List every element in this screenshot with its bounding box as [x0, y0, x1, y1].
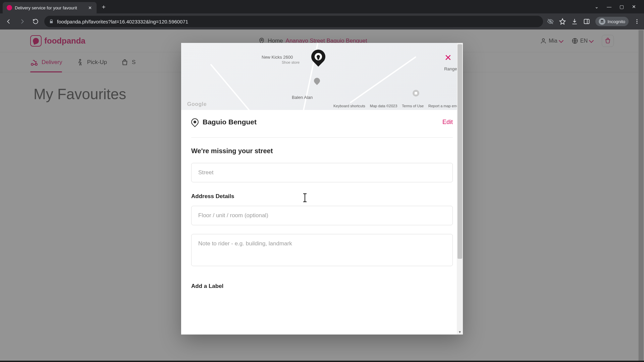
tab-favicon [7, 5, 12, 10]
viewport: foodpanda Home Ananayo Street Baguio Ben… [0, 29, 644, 362]
lock-icon [49, 19, 54, 24]
svg-point-2 [601, 21, 602, 23]
location-name: Baguio Benguet [203, 118, 257, 126]
reload-button[interactable] [31, 17, 40, 26]
window-controls: ⌄ ― ▢ ✕ [595, 4, 641, 9]
incognito-icon [599, 18, 605, 25]
address-details-heading: Address Details [191, 193, 453, 200]
chevron-down-icon[interactable]: ⌄ [595, 4, 599, 9]
google-attribution: Google [187, 101, 207, 107]
secondary-pin-icon [314, 78, 320, 86]
scrollbar-thumb[interactable] [458, 44, 462, 259]
floor-unit-input[interactable] [191, 206, 453, 225]
svg-point-5 [637, 21, 638, 22]
toolbar-actions: Incognito [547, 17, 640, 26]
new-tab-button[interactable]: ＋ [101, 3, 107, 11]
map-preview[interactable]: New Kicks 2600 Shoe store Balen Alan Ran… [181, 43, 463, 110]
modal-content: New Kicks 2600 Shoe store Balen Alan Ran… [181, 43, 463, 335]
pin-icon [190, 117, 200, 127]
map-poi-label: New Kicks 2600 [262, 55, 293, 60]
close-window-icon[interactable]: ✕ [632, 4, 636, 9]
map-poi-sublabel: Shoe store [282, 60, 300, 64]
map-pin-icon [311, 50, 325, 67]
download-icon[interactable] [571, 18, 578, 25]
map-keyboard-link[interactable]: Keyboard shortcuts [333, 104, 365, 108]
eye-off-icon[interactable] [547, 18, 554, 25]
edit-location-link[interactable]: Edit [442, 119, 453, 126]
map-terms-link[interactable]: Terms of Use [402, 104, 424, 108]
shop-dot-icon [413, 90, 419, 97]
street-input[interactable] [191, 163, 453, 182]
browser-toolbar: foodpanda.ph/favorites?lat=16.4023332&ln… [0, 13, 644, 29]
minimize-icon[interactable]: ― [607, 4, 611, 9]
svg-rect-1 [584, 19, 589, 23]
star-icon[interactable] [559, 18, 566, 25]
taskbar [0, 361, 644, 362]
browser-tab[interactable]: Delivery service for your favourit ✕ [3, 2, 97, 13]
menu-icon[interactable] [634, 18, 640, 24]
incognito-chip[interactable]: Incognito [595, 17, 629, 26]
modal-scrollbar[interactable]: ▲ ▼ [457, 43, 463, 335]
browser-chrome: Delivery service for your favourit ✕ ＋ ⌄… [0, 0, 644, 29]
incognito-label: Incognito [607, 19, 625, 24]
forward-button[interactable] [17, 17, 27, 26]
address-bar[interactable]: foodpanda.ph/favorites?lat=16.4023332&ln… [44, 16, 543, 27]
tab-strip: Delivery service for your favourit ✕ ＋ ⌄… [0, 0, 644, 13]
close-modal-button[interactable]: ✕ [443, 52, 453, 63]
map-poi-label: Balen Alan [292, 95, 313, 100]
svg-point-3 [602, 21, 604, 23]
text-cursor-icon [305, 194, 305, 202]
missing-street-heading: We're missing your street [191, 147, 453, 155]
divider [191, 137, 453, 138]
maximize-icon[interactable]: ▢ [620, 4, 624, 9]
panel-icon[interactable] [583, 18, 590, 25]
map-data-text: Map data ©2023 [370, 104, 397, 108]
tab-close-icon[interactable]: ✕ [87, 5, 93, 10]
add-label-heading: Add a Label [191, 283, 453, 290]
tab-title: Delivery service for your favourit [15, 5, 85, 10]
map-report-link[interactable]: Report a map error [428, 104, 460, 108]
location-row: Baguio Benguet Edit [191, 118, 453, 126]
rider-note-input[interactable] [191, 234, 453, 266]
map-footer: Keyboard shortcuts Map data ©2023 Terms … [333, 104, 460, 108]
svg-point-4 [637, 19, 638, 20]
back-button[interactable] [4, 17, 13, 26]
modal-body: Baguio Benguet Edit We're missing your s… [181, 110, 463, 306]
svg-point-6 [637, 23, 638, 24]
scroll-down-icon[interactable]: ▼ [458, 330, 462, 334]
address-modal: New Kicks 2600 Shoe store Balen Alan Ran… [181, 43, 463, 335]
url-text: foodpanda.ph/favorites?lat=16.4023332&ln… [57, 19, 188, 24]
